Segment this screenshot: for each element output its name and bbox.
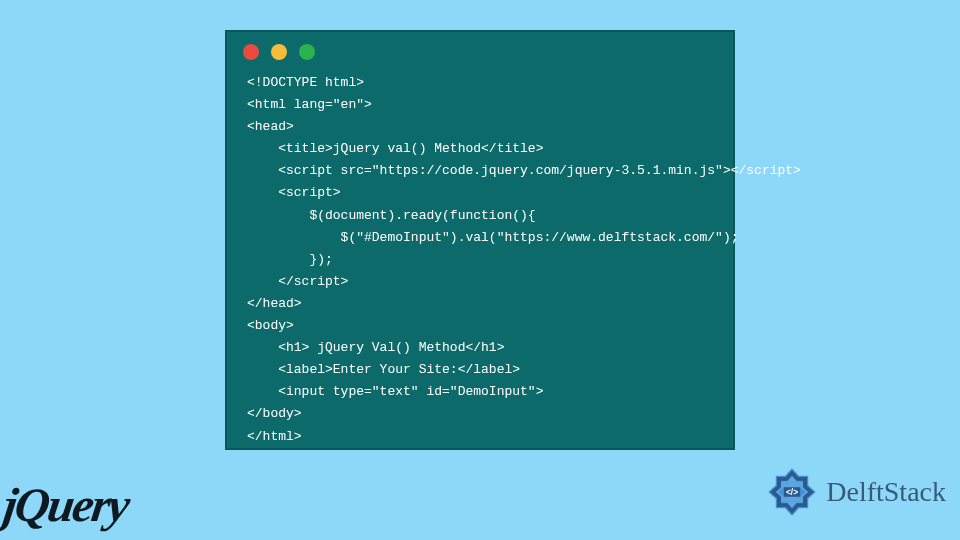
code-line: <html lang="en">: [247, 97, 372, 112]
code-line: <h1> jQuery Val() Method</h1>: [247, 340, 504, 355]
code-line: <label>Enter Your Site:</label>: [247, 362, 520, 377]
code-line: <!DOCTYPE html>: [247, 75, 364, 90]
minimize-icon: [271, 44, 287, 60]
delftstack-logo: </> DelftStack: [762, 462, 946, 522]
code-line: </script>: [247, 274, 348, 289]
code-line: </body>: [247, 406, 302, 421]
code-line: <head>: [247, 119, 294, 134]
code-line: <script src="https://code.jquery.com/jqu…: [247, 163, 801, 178]
code-line: $(document).ready(function(){: [247, 208, 536, 223]
svg-text:</>: </>: [786, 487, 798, 497]
jquery-logo-text: jQuery: [0, 478, 131, 531]
code-line: </head>: [247, 296, 302, 311]
window-controls: [227, 32, 733, 68]
code-line: <title>jQuery val() Method</title>: [247, 141, 543, 156]
code-line: $("#DemoInput").val("https://www.delftst…: [247, 230, 738, 245]
code-line: <input type="text" id="DemoInput">: [247, 384, 543, 399]
delftstack-icon: </>: [762, 462, 822, 522]
code-line: <script>: [247, 185, 341, 200]
close-icon: [243, 44, 259, 60]
delftstack-logo-text: DelftStack: [826, 476, 946, 508]
maximize-icon: [299, 44, 315, 60]
code-block: <!DOCTYPE html> <html lang="en"> <head> …: [227, 68, 733, 464]
code-line: </html>: [247, 429, 302, 444]
code-line: });: [247, 252, 333, 267]
jquery-logo: jQuery: [0, 477, 132, 532]
code-line: <body>: [247, 318, 294, 333]
code-window: <!DOCTYPE html> <html lang="en"> <head> …: [225, 30, 735, 450]
